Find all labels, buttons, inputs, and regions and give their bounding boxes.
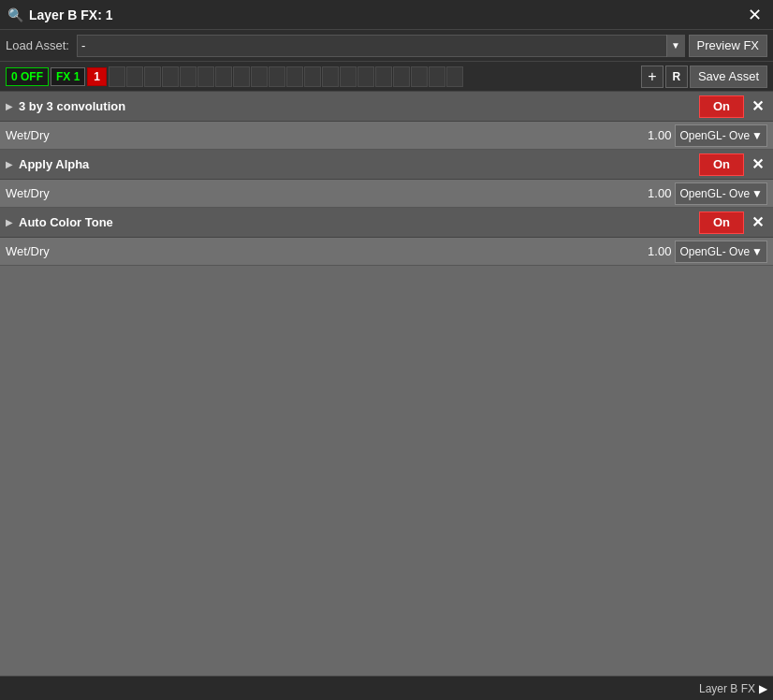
save-asset-button[interactable]: Save Asset bbox=[690, 66, 767, 88]
fx-slot[interactable] bbox=[215, 66, 232, 87]
fx-slot[interactable] bbox=[322, 66, 339, 87]
param-value-1-0: 1.00 bbox=[634, 128, 671, 142]
param-name-2-0: Wet/Dry bbox=[6, 186, 630, 200]
fx-1-button[interactable]: FX 1 bbox=[51, 67, 85, 86]
blend-dropdown-icon-3-0: ▼ bbox=[751, 245, 763, 258]
load-asset-toolbar: Load Asset: - ▼ Preview FX bbox=[0, 30, 773, 62]
fx-slots-group bbox=[109, 66, 639, 87]
fx-param-row-3-0: Wet/Dry 1.00 OpenGL- Ove ▼ bbox=[0, 238, 773, 266]
param-blend-2-0[interactable]: OpenGL- Ove ▼ bbox=[675, 182, 767, 205]
search-icon: 🔍 bbox=[7, 7, 23, 22]
blend-dropdown-icon-2-0: ▼ bbox=[751, 187, 763, 200]
fx-item-header-3: ▶ Auto Color Tone On ✕ bbox=[0, 208, 773, 238]
fx-off-button[interactable]: 0 OFF bbox=[6, 67, 49, 86]
fx-slot[interactable] bbox=[375, 66, 392, 87]
fx-slot[interactable] bbox=[180, 66, 197, 87]
fx-slot[interactable] bbox=[126, 66, 143, 87]
fx-param-row-1-0: Wet/Dry 1.00 OpenGL- Ove ▼ bbox=[0, 122, 773, 150]
load-asset-select-wrapper[interactable]: - ▼ bbox=[77, 35, 685, 57]
fx-slot[interactable] bbox=[162, 66, 179, 87]
fx-item-header-1: ▶ 3 by 3 convolution On ✕ bbox=[0, 92, 773, 122]
fx-slot[interactable] bbox=[233, 66, 250, 87]
add-fx-button[interactable]: + bbox=[641, 66, 664, 88]
fx-window: 🔍 Layer B FX: 1 ✕ Load Asset: - ▼ Previe… bbox=[0, 0, 773, 700]
preview-fx-button[interactable]: Preview FX bbox=[689, 35, 767, 57]
param-value-3-0: 1.00 bbox=[634, 244, 671, 258]
load-asset-label: Load Asset: bbox=[6, 38, 69, 52]
bottom-label: Layer B FX bbox=[699, 682, 755, 695]
fx-slot[interactable] bbox=[393, 66, 410, 87]
fx-expand-arrow-1[interactable]: ▶ bbox=[6, 101, 13, 111]
fx-close-button-3[interactable]: ✕ bbox=[748, 213, 767, 231]
param-name-3-0: Wet/Dry bbox=[6, 244, 630, 258]
blend-dropdown-icon-1-0: ▼ bbox=[751, 129, 763, 142]
bottom-bar: Layer B FX ▶ bbox=[0, 676, 773, 700]
window-title: Layer B FX: 1 bbox=[29, 7, 112, 22]
fx-slot[interactable] bbox=[144, 66, 161, 87]
fx-item-name-3: Auto Color Tone bbox=[19, 215, 695, 229]
fx-slot[interactable] bbox=[109, 66, 125, 87]
reset-fx-button[interactable]: R bbox=[665, 66, 688, 88]
fx-close-button-1[interactable]: ✕ bbox=[748, 97, 767, 115]
load-asset-select[interactable]: - bbox=[77, 35, 685, 57]
fx-expand-arrow-2[interactable]: ▶ bbox=[6, 159, 13, 169]
fx-on-button-3[interactable]: On bbox=[699, 211, 744, 234]
param-name-1-0: Wet/Dry bbox=[6, 128, 630, 142]
param-value-2-0: 1.00 bbox=[634, 186, 671, 200]
fx-item-header-2: ▶ Apply Alpha On ✕ bbox=[0, 150, 773, 180]
fx-on-button-2[interactable]: On bbox=[699, 153, 744, 176]
fx-strip: 0 OFF FX 1 1 + R Save Asset bbox=[0, 62, 773, 92]
fx-item-name-1: 3 by 3 convolution bbox=[19, 99, 695, 113]
fx-expand-arrow-3[interactable]: ▶ bbox=[6, 217, 13, 227]
fx-slot[interactable] bbox=[429, 66, 445, 87]
fx-slot[interactable] bbox=[251, 66, 268, 87]
fx-slot[interactable] bbox=[357, 66, 374, 87]
fx-slot[interactable] bbox=[446, 66, 463, 87]
fx-list: ▶ 3 by 3 convolution On ✕ Wet/Dry 1.00 O… bbox=[0, 92, 773, 676]
fx-on-button-1[interactable]: On bbox=[699, 95, 744, 118]
fx-slot[interactable] bbox=[340, 66, 357, 87]
fx-param-row-2-0: Wet/Dry 1.00 OpenGL- Ove ▼ bbox=[0, 180, 773, 208]
fx-slot[interactable] bbox=[286, 66, 303, 87]
fx-slot[interactable] bbox=[304, 66, 321, 87]
fx-slot[interactable] bbox=[197, 66, 214, 87]
fx-item-name-2: Apply Alpha bbox=[19, 157, 695, 171]
fx-num-button[interactable]: 1 bbox=[87, 67, 107, 86]
fx-slot[interactable] bbox=[269, 66, 285, 87]
param-blend-3-0[interactable]: OpenGL- Ove ▼ bbox=[675, 241, 767, 263]
fx-close-button-2[interactable]: ✕ bbox=[748, 155, 767, 173]
param-blend-1-0[interactable]: OpenGL- Ove ▼ bbox=[675, 124, 767, 147]
window-close-button[interactable]: ✕ bbox=[744, 7, 766, 23]
title-bar: 🔍 Layer B FX: 1 ✕ bbox=[0, 0, 773, 30]
fx-slot[interactable] bbox=[411, 66, 428, 87]
bottom-arrow[interactable]: ▶ bbox=[759, 682, 767, 695]
title-bar-left: 🔍 Layer B FX: 1 bbox=[7, 7, 112, 22]
